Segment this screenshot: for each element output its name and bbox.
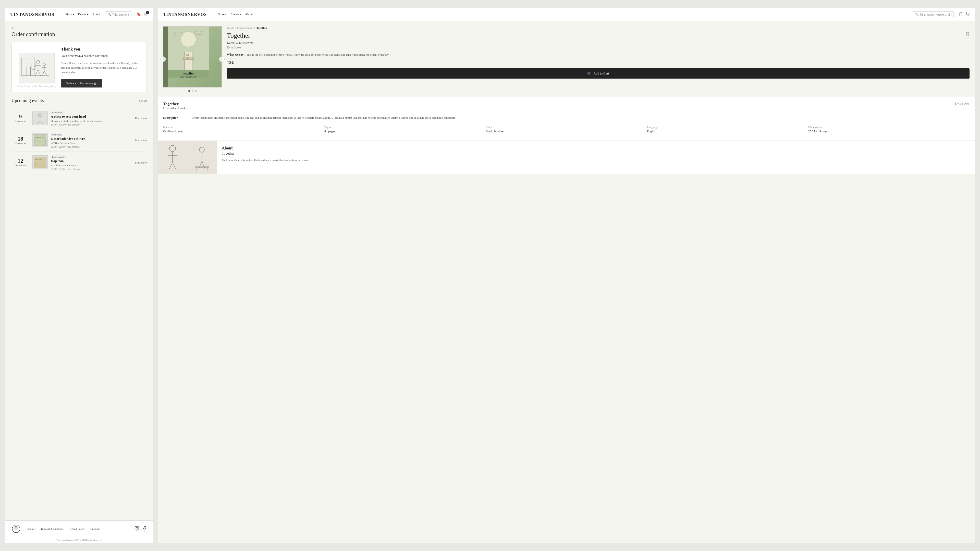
find-more-1[interactable]: Find more	[135, 117, 147, 120]
book-title: Together	[227, 32, 250, 40]
spec-pages-value: 64 pages	[325, 130, 483, 133]
event-thumb-3: HOJE NÃO Ramos	[32, 156, 48, 169]
go-back-button[interactable]: Go back to the homepage	[61, 79, 102, 87]
event-date-1: 9 November	[11, 114, 29, 122]
svg-line-12	[45, 71, 46, 76]
event-name-1: A place to rest your head	[51, 114, 132, 119]
spec-pages-label: Pages	[325, 125, 483, 129]
book-publisher[interactable]: Kyle Books	[227, 46, 969, 49]
footer-logo-icon	[11, 524, 21, 534]
step-indicator: 3 / 3	[11, 26, 147, 29]
search-icon: 🔍	[107, 13, 111, 16]
nav-events-left[interactable]: Events ▾	[78, 13, 89, 16]
search-box-right[interactable]: 🔍	[913, 11, 954, 17]
order-number: #4323	[75, 54, 83, 58]
carousel-dot-3[interactable]	[195, 90, 197, 92]
event-type-1: Exhibition	[51, 111, 63, 114]
navbar-left: TINTANOSNERVOS Store ▾ Events ▾ About 🔍 …	[5, 8, 153, 21]
cart-icon-right[interactable]	[966, 12, 969, 17]
footer-links: Contact Terms & Conditions Refund Policy…	[27, 527, 128, 530]
svg-rect-13	[32, 63, 35, 69]
event-meta-1: 10:00 - 13:00 • Free entrance	[51, 123, 132, 126]
nav-store-right[interactable]: Store ▾	[218, 13, 226, 16]
svg-point-39	[181, 32, 196, 47]
find-more-2[interactable]: Find more	[135, 139, 147, 142]
events-title: Upcoming events	[11, 98, 44, 103]
cart-icon-left[interactable]: 🛒 1	[143, 12, 148, 17]
logo-left: TINTANOSNERVOS	[11, 12, 54, 17]
navbar-right: TINTANOSNERVOS Store ▾ Events ▾ About 🔍	[158, 8, 975, 21]
carousel-dot-1[interactable]	[188, 90, 190, 92]
event-month-2: November	[11, 141, 29, 144]
bookmark-icon-right[interactable]	[959, 12, 963, 17]
navbar-icons-right	[959, 12, 969, 17]
page-title: Order confirmation	[11, 31, 147, 38]
see-all-link[interactable]: See all	[139, 99, 147, 102]
svg-line-7	[38, 69, 41, 76]
svg-text:MARGARITA: MARGARITA	[35, 137, 45, 138]
spec-pages: Pages 64 pages	[325, 125, 486, 133]
desc-book-title: Together	[163, 102, 188, 106]
carousel-dots	[163, 90, 222, 92]
footer-contact[interactable]: Contact	[27, 527, 35, 530]
order-confirmed: Your order #4323 has been confirmed.	[61, 54, 142, 58]
desc-book-author: Luke Adam Hawker	[163, 106, 188, 110]
svg-point-14	[34, 66, 35, 67]
svg-point-35	[138, 527, 138, 527]
desc-header: Together Luke Adam Hawker Kyle Books	[163, 102, 969, 110]
right-panel: TINTANOSNERVOS Store ▾ Events ▾ About 🔍	[158, 8, 975, 543]
chevron-down-icon: ▾	[240, 13, 241, 16]
event-subtitle-1: Drawings, studies and original unpublish…	[51, 119, 132, 122]
spec-dimensions: Dimensions 25.27 × 19. cm	[808, 125, 969, 133]
left-main-content: 3 / 3 Order confirmation	[5, 21, 153, 520]
svg-point-8	[43, 63, 46, 65]
breadcrumb: Books > Comics Books > Together	[227, 26, 969, 29]
carousel-next-button[interactable]: ›	[219, 56, 224, 62]
svg-line-19	[40, 121, 43, 124]
desc-book-info: Together Luke Adam Hawker	[163, 102, 188, 110]
about-subtitle: Together	[222, 151, 969, 156]
footer-shipping[interactable]: Shipping	[90, 527, 100, 530]
instagram-icon[interactable]	[135, 526, 139, 532]
event-row-1: 9 November Exhibition A place to rest yo…	[11, 107, 147, 129]
footer-social	[135, 526, 147, 532]
event-day-3: 12	[11, 158, 29, 164]
breadcrumb-books[interactable]: Books	[227, 26, 234, 29]
breadcrumb-sep-1: >	[235, 26, 237, 29]
carousel-prev-button[interactable]: ‹	[160, 56, 166, 62]
svg-text:Together: Together	[182, 71, 195, 75]
event-month-3: December	[11, 164, 29, 167]
find-more-3[interactable]: Find more	[135, 161, 147, 164]
event-row-2: 18 November MARGARITA embroidery Worksho…	[11, 129, 147, 151]
nav-store-left[interactable]: Store ▾	[65, 13, 74, 16]
nav-events-right[interactable]: Events ▾	[231, 13, 241, 16]
about-title: About	[222, 146, 969, 151]
svg-text:HOJE NÃO: HOJE NÃO	[35, 159, 42, 160]
footer-terms[interactable]: Terms & Conditions	[41, 527, 64, 530]
facebook-icon[interactable]	[142, 526, 147, 532]
spec-language: Language English	[647, 125, 808, 133]
carousel-dot-2[interactable]	[192, 90, 193, 92]
event-subtitle-2: w/ Rita Oliveira Dias	[51, 141, 132, 144]
add-to-cart-button[interactable]: 🛒 Add to Cart	[227, 68, 969, 79]
bookmark-button[interactable]	[966, 32, 969, 37]
bookmark-icon-left[interactable]: 🔖	[137, 12, 141, 17]
event-row-3: 12 December HOJE NÃO Ramos Book Launch H…	[11, 151, 147, 173]
event-type-2: Workshop	[51, 133, 63, 136]
cart-icon-btn: 🛒	[587, 71, 591, 76]
event-meta-2: 21:00 - 22:00 • Free entrance	[51, 145, 132, 148]
footer-refund[interactable]: Refund Policy	[68, 527, 85, 530]
chevron-down-icon: ▾	[87, 13, 88, 16]
desc-label: Description	[163, 116, 189, 120]
search-box-left[interactable]: 🔍	[105, 11, 131, 17]
svg-point-36	[967, 15, 967, 16]
svg-text:Luke Adam Hawker: Luke Adam Hawker	[180, 76, 197, 78]
search-input-right[interactable]	[920, 13, 951, 16]
nav-about-right[interactable]: About	[245, 13, 253, 16]
svg-point-15	[38, 113, 42, 117]
nav-about-left[interactable]: About	[92, 13, 100, 16]
breadcrumb-comics[interactable]: Comics Books	[237, 26, 253, 29]
book-detail-section: Together Luke Adam Hawker ‹ ›	[158, 21, 975, 97]
search-input-left[interactable]	[112, 13, 129, 16]
illustration-svg	[19, 53, 54, 83]
